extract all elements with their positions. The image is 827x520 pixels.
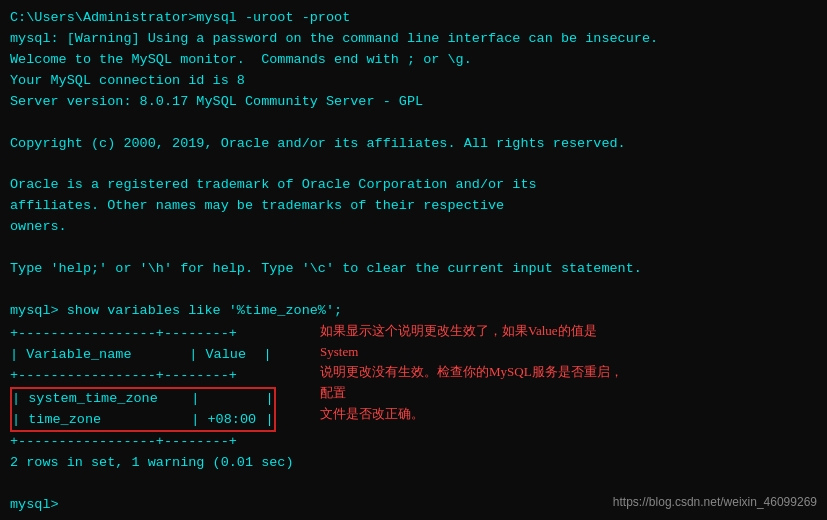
oracle2: affiliates. Other names may be trademark…: [10, 196, 817, 217]
row2-name: time_zone: [28, 410, 183, 431]
help-line: Type 'help;' or '\h' for help. Type '\c'…: [10, 259, 817, 280]
oracle1: Oracle is a registered trademark of Orac…: [10, 175, 817, 196]
header-name-cell: Variable_name: [26, 345, 181, 366]
cmd-line: C:\Users\Administrator>mysql -uroot -pro…: [10, 8, 817, 29]
blank4: [10, 280, 817, 301]
pipe-r1-3: |: [258, 389, 274, 410]
table-divider-bot: +-----------------+--------+: [10, 432, 817, 453]
warning-line: mysql: [Warning] Using a password on the…: [10, 29, 817, 50]
table-row-1: | system_time_zone | |: [12, 389, 274, 410]
server-version-line: Server version: 8.0.17 MySQL Community S…: [10, 92, 817, 113]
annotation-text2: 说明更改没有生效。检查你的MySQL服务是否重启，配置: [320, 364, 623, 400]
pipe-r1-1: |: [12, 389, 28, 410]
welcome-line: Welcome to the MySQL monitor. Commands e…: [10, 50, 817, 71]
blank1: [10, 113, 817, 134]
annotation: 如果显示这个说明更改生效了，如果Value的值是System 说明更改没有生效。…: [320, 321, 630, 425]
annotation-text1: 如果显示这个说明更改生效了，如果Value的值是System: [320, 323, 597, 359]
annotation-text3: 文件是否改正确。: [320, 406, 424, 421]
csdn-link: https://blog.csdn.net/weixin_46099269: [613, 493, 817, 512]
pipe-r2-3: |: [258, 410, 274, 431]
row1-value: [208, 389, 258, 410]
terminal-window: C:\Users\Administrator>mysql -uroot -pro…: [0, 0, 827, 520]
query-line: mysql> show variables like '%time_zone%'…: [10, 301, 817, 322]
conn-id-line: Your MySQL connection id is 8: [10, 71, 817, 92]
blank3: [10, 238, 817, 259]
oracle3: owners.: [10, 217, 817, 238]
row2-value: +08:00: [208, 410, 258, 431]
table-data-rows: | system_time_zone | | | time_zone | +08…: [10, 387, 276, 433]
header-value-cell: Value: [206, 345, 256, 366]
pipe-r2-2: |: [183, 410, 207, 431]
pipe1: |: [10, 345, 26, 366]
copyright-line: Copyright (c) 2000, 2019, Oracle and/or …: [10, 134, 817, 155]
pipe3: |: [256, 345, 272, 366]
pipe-r2-1: |: [12, 410, 28, 431]
table-section: +-----------------+--------+ | Variable_…: [10, 324, 817, 474]
blank2: [10, 154, 817, 175]
blank5: [10, 474, 817, 495]
table-footer: 2 rows in set, 1 warning (0.01 sec): [10, 453, 817, 474]
pipe2: |: [181, 345, 205, 366]
pipe-r1-2: |: [183, 389, 207, 410]
table-row-2: | time_zone | +08:00 |: [12, 410, 274, 431]
row1-name: system_time_zone: [28, 389, 183, 410]
